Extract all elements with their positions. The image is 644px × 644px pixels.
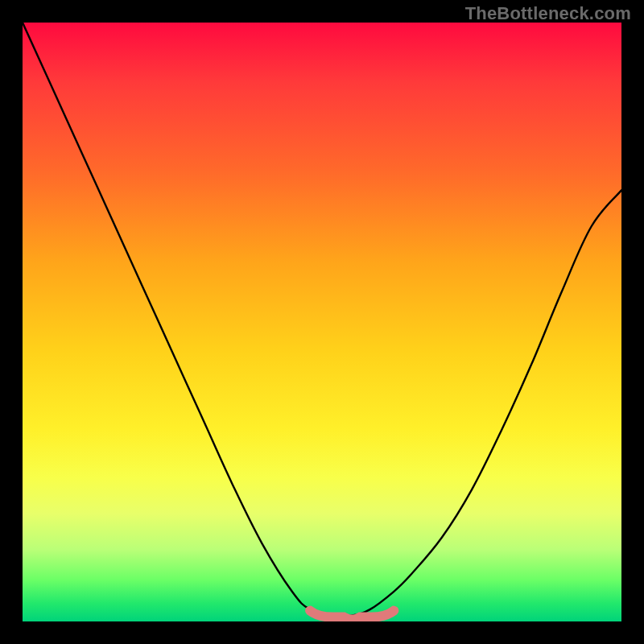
optimal-range-marker [310, 611, 394, 620]
chart-plot-area [23, 23, 621, 621]
bottleneck-curve-line [23, 23, 621, 617]
chart-svg [23, 23, 621, 621]
brand-watermark: TheBottleneck.com [465, 3, 631, 24]
